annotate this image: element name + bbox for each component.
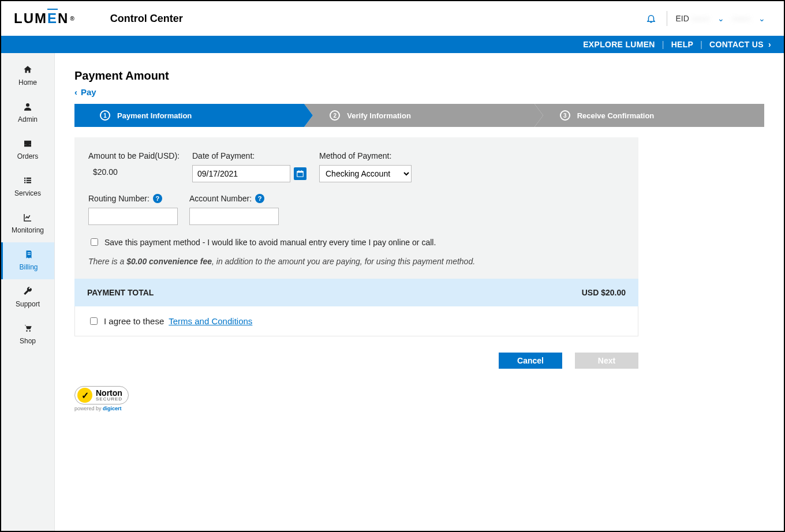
svg-rect-12 bbox=[297, 171, 304, 173]
sidebar-item-orders[interactable]: Orders bbox=[1, 132, 54, 168]
eid-label: EID bbox=[675, 14, 689, 23]
eid-value: ········ bbox=[691, 14, 709, 23]
sidebar-item-shop[interactable]: Shop bbox=[1, 316, 54, 353]
agree-row: I agree to these Terms and Conditions bbox=[74, 306, 638, 336]
svg-rect-1 bbox=[24, 178, 25, 179]
nav-contact[interactable]: CONTACT US › bbox=[709, 40, 771, 49]
account-menu[interactable]: EID ········ ⌄ ········ ⌄ bbox=[675, 14, 771, 23]
brand-logo: LUMEN® bbox=[14, 10, 76, 27]
date-input[interactable] bbox=[192, 165, 290, 182]
cancel-button[interactable]: Cancel bbox=[499, 353, 562, 369]
seal-brand: Norton bbox=[96, 389, 122, 397]
chart-icon bbox=[23, 212, 33, 223]
sidebar-item-home[interactable]: Home bbox=[1, 58, 54, 95]
chevron-down-icon: ⌄ bbox=[717, 14, 724, 23]
svg-rect-5 bbox=[24, 182, 25, 183]
routing-help-icon[interactable]: ? bbox=[153, 194, 162, 203]
inbox-icon bbox=[23, 138, 33, 149]
nav-help[interactable]: HELP bbox=[671, 40, 694, 49]
top-bar: LUMEN® Control Center EID ········ ⌄ ···… bbox=[1, 1, 784, 36]
routing-label: Routing Number: bbox=[88, 194, 149, 203]
total-label: PAYMENT TOTAL bbox=[87, 288, 154, 297]
payment-total-row: PAYMENT TOTAL USD $20.00 bbox=[74, 279, 638, 306]
chevron-left-icon: ‹ bbox=[74, 87, 77, 97]
cart-icon bbox=[23, 323, 33, 334]
sidebar-item-label: Admin bbox=[18, 115, 38, 123]
bell-icon bbox=[646, 13, 656, 24]
step-verify-info: 2 Verify Information bbox=[304, 104, 534, 127]
chevron-right-icon: › bbox=[766, 40, 771, 49]
sidebar-item-label: Billing bbox=[19, 263, 38, 271]
app-title: Control Center bbox=[110, 13, 183, 25]
sidebar-item-label: Support bbox=[16, 300, 40, 308]
svg-rect-2 bbox=[27, 178, 31, 179]
sidebar: Home Admin Orders Services Monitoring Bi… bbox=[1, 53, 55, 531]
date-label: Date of Payment: bbox=[192, 151, 308, 160]
payment-form-panel: Amount to be Paid(USD): $20.00 Date of P… bbox=[74, 137, 638, 279]
calendar-icon bbox=[296, 170, 304, 178]
svg-rect-7 bbox=[27, 252, 30, 253]
sidebar-item-label: Shop bbox=[20, 337, 36, 345]
svg-rect-13 bbox=[298, 170, 299, 172]
agree-text: I agree to these bbox=[104, 316, 164, 326]
step-label: Payment Information bbox=[117, 111, 192, 120]
svg-rect-4 bbox=[27, 180, 31, 181]
account-input[interactable] bbox=[189, 208, 279, 225]
step-confirmation: 3 Receive Confirmation bbox=[534, 104, 764, 127]
nav-explore[interactable]: EXPLORE LUMEN bbox=[583, 40, 655, 49]
back-link[interactable]: ‹ Pay bbox=[74, 87, 96, 97]
save-method-row[interactable]: Save this payment method - I would like … bbox=[88, 237, 625, 248]
svg-point-10 bbox=[29, 330, 31, 331]
step-label: Verify Information bbox=[347, 111, 411, 120]
svg-rect-6 bbox=[27, 182, 31, 183]
form-actions: Cancel Next bbox=[74, 353, 638, 369]
list-icon bbox=[23, 175, 33, 186]
routing-input[interactable] bbox=[88, 208, 178, 225]
wrench-icon bbox=[23, 286, 33, 297]
page-title: Payment Amount bbox=[74, 69, 764, 83]
step-label: Receive Confirmation bbox=[577, 111, 655, 120]
svg-point-9 bbox=[26, 330, 27, 331]
convenience-fee-text: There is a $0.00 convenience fee, in add… bbox=[88, 257, 625, 266]
global-nav: EXPLORE LUMEN | HELP | CONTACT US › bbox=[1, 36, 784, 53]
sidebar-item-monitoring[interactable]: Monitoring bbox=[1, 205, 54, 242]
svg-point-0 bbox=[26, 103, 29, 107]
terms-link[interactable]: Terms and Conditions bbox=[169, 316, 252, 326]
calendar-button[interactable] bbox=[294, 167, 306, 180]
next-button[interactable]: Next bbox=[575, 353, 638, 369]
checkmark-icon: ✓ bbox=[77, 388, 92, 403]
method-select[interactable]: Checking Account bbox=[319, 165, 412, 182]
sidebar-item-label: Orders bbox=[17, 152, 39, 160]
progress-stepper: 1 Payment Information 2 Verify Informati… bbox=[74, 104, 764, 127]
agree-checkbox[interactable] bbox=[90, 317, 98, 325]
account-help-icon[interactable]: ? bbox=[255, 194, 264, 203]
seal-powered-by: powered by digicert bbox=[74, 406, 764, 411]
total-value: USD $20.00 bbox=[582, 288, 626, 297]
security-seal[interactable]: ✓ Norton SECURED powered by digicert bbox=[74, 386, 764, 411]
chevron-down-icon: ⌄ bbox=[758, 14, 765, 23]
user-icon bbox=[23, 102, 33, 112]
svg-rect-3 bbox=[24, 180, 25, 181]
back-label: Pay bbox=[81, 87, 96, 97]
method-label: Method of Payment: bbox=[319, 151, 417, 160]
amount-label: Amount to be Paid(USD): bbox=[88, 151, 181, 160]
sidebar-item-admin[interactable]: Admin bbox=[1, 95, 54, 132]
sidebar-item-billing[interactable]: Billing bbox=[1, 242, 54, 279]
user-name: ········ bbox=[732, 14, 750, 23]
save-method-label: Save this payment method - I would like … bbox=[104, 238, 436, 247]
home-icon bbox=[23, 65, 33, 75]
save-method-checkbox[interactable] bbox=[91, 238, 98, 246]
sidebar-item-support[interactable]: Support bbox=[1, 279, 54, 316]
account-label: Account Number: bbox=[189, 194, 252, 203]
svg-rect-14 bbox=[301, 170, 302, 172]
sidebar-item-label: Services bbox=[14, 189, 41, 197]
sidebar-item-services[interactable]: Services bbox=[1, 168, 54, 205]
notifications-button[interactable] bbox=[636, 11, 667, 26]
billing-icon bbox=[24, 249, 34, 260]
svg-rect-8 bbox=[27, 254, 30, 255]
sidebar-item-label: Monitoring bbox=[12, 226, 44, 234]
seal-tag: SECURED bbox=[96, 397, 122, 402]
amount-value: $20.00 bbox=[88, 167, 181, 177]
main-content: Payment Amount ‹ Pay 1 Payment Informati… bbox=[55, 53, 784, 531]
step-payment-info: 1 Payment Information bbox=[74, 104, 304, 127]
